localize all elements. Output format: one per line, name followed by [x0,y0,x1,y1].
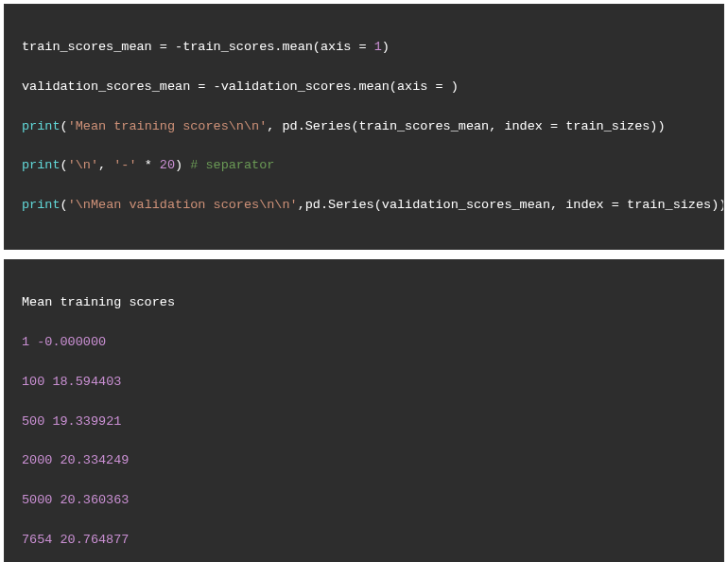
code-text: ( [61,158,68,172]
code-line-1: train_scores_mean = -train_scores.mean(a… [22,38,706,58]
code-line-4: print('\n', '-' * 20) # separator [22,156,706,176]
code-func: print [22,119,61,133]
code-text: * [137,158,160,172]
code-string: '-' [113,158,136,172]
code-string: 'Mean training scores\n\n' [68,119,268,133]
output-block: Mean training scores 1 -0.000000 100 18.… [4,259,724,562]
code-text: ) [382,40,390,54]
code-string: '\n' [68,158,98,172]
code-comment: # separator [190,158,274,172]
output-key: 1 [22,335,29,349]
output-key: 2000 [22,453,52,467]
code-text: train_scores_mean = -train_scores.mean(a… [22,40,374,54]
output-key: 7654 [22,533,52,547]
output-key: 100 [22,375,44,389]
output-row: 500 19.339921 [22,413,706,432]
output-value: 20.764877 [61,533,130,547]
output-row: 2000 20.334249 [22,451,706,471]
output-value: -0.000000 [37,335,106,349]
code-text: validation_scores_mean = -validation_sco… [22,79,459,94]
output-value: 19.339921 [52,414,121,429]
output-value: 18.594403 [52,375,121,389]
output-row: 7654 20.764877 [22,531,706,551]
code-block: train_scores_mean = -train_scores.mean(a… [4,4,724,250]
code-text: , [98,158,113,172]
code-line-2: validation_scores_mean = -validation_sco… [22,78,706,97]
code-text: ( [61,119,68,133]
code-line-5: print('\nMean validation scores\n\n',pd.… [22,196,706,216]
output-row: 5000 20.360363 [22,491,706,511]
output-heading: Mean training scores [22,293,706,313]
output-key: 5000 [22,493,52,507]
output-value: 20.334249 [61,453,130,467]
output-key: 500 [22,414,44,429]
output-row: 100 18.594403 [22,373,706,393]
code-func: print [22,198,61,212]
code-text: ( [61,198,68,212]
code-func: print [22,158,61,172]
code-number: 20 [160,158,175,172]
code-text: ) [175,158,190,172]
code-text: ,pd.Series(validation_scores_mean, index… [298,198,724,212]
code-line-3: print('Mean training scores\n\n', pd.Ser… [22,117,706,137]
code-string: '\nMean validation scores\n\n' [68,198,298,212]
output-value: 20.360363 [61,493,130,507]
code-text: , pd.Series(train_scores_mean, index = t… [267,119,665,133]
code-number: 1 [374,40,382,54]
output-row: 1 -0.000000 [22,333,706,353]
